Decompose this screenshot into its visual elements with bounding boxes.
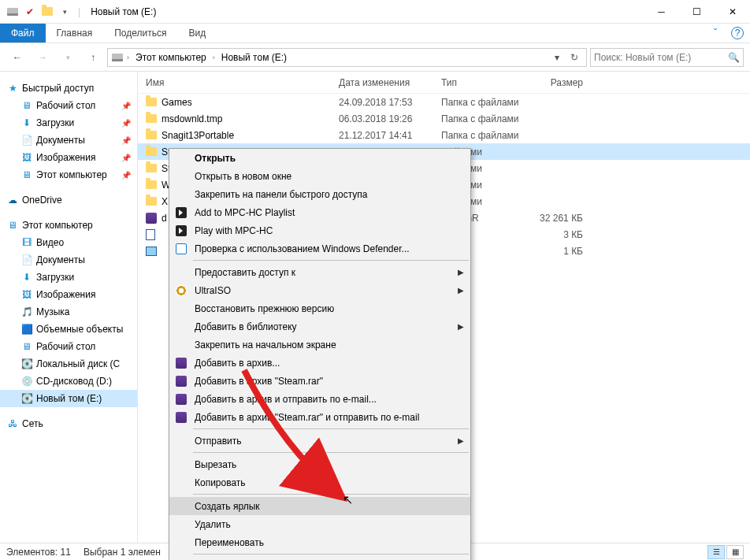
sidebar-item[interactable]: 🖥Этот компьютер📌 (0, 166, 137, 184)
winrar-icon (175, 357, 188, 369)
address-dropdown-icon[interactable]: ▾ (550, 52, 564, 63)
col-date[interactable]: Дата изменения (339, 77, 441, 88)
tab-home[interactable]: Главная (46, 24, 104, 43)
sidebar-item[interactable]: 🟦Объемные объекты (0, 321, 137, 338)
sidebar-item[interactable]: 🖼Изображения (0, 286, 137, 303)
menu-item[interactable]: Add to MPC-HC Playlist (169, 203, 470, 221)
menu-item[interactable]: Открыть (169, 149, 470, 167)
sidebar-item[interactable]: 💽Новый том (E:) (0, 390, 137, 407)
breadcrumb[interactable]: Новый том (E:) (218, 52, 290, 63)
menu-item[interactable]: Отправить▶ (169, 432, 470, 450)
cloud-icon: ☁ (6, 194, 19, 206)
details-view-button[interactable]: ☰ (707, 545, 725, 559)
menu-item[interactable]: Добавить в архив "Steam.rar" (169, 372, 470, 390)
defender-icon (175, 243, 188, 255)
menu-item[interactable]: Добавить в архив... (169, 354, 470, 372)
icons-view-button[interactable]: ▦ (726, 545, 744, 559)
chevron-right-icon[interactable]: › (213, 54, 215, 61)
pin-icon: 📌 (121, 102, 131, 110)
item-icon: 🖼 (20, 288, 33, 301)
table-row[interactable]: Snagit13Portable21.12.2017 14:41Папка с … (138, 127, 750, 143)
up-button[interactable]: ↑ (82, 46, 104, 69)
qat-dropdown-icon[interactable]: ▾ (58, 6, 71, 18)
sidebar-item[interactable]: 📄Документы📌 (0, 132, 137, 149)
col-size[interactable]: Размер (536, 77, 591, 88)
sidebar-item[interactable]: 🖥Рабочий стол📌 (0, 97, 137, 114)
doc-icon (146, 229, 155, 240)
breadcrumb[interactable]: Этот компьютер (132, 52, 210, 63)
menu-item[interactable]: Добавить в архив и отправить по e-mail..… (169, 390, 470, 408)
menu-item[interactable]: Переименовать (169, 533, 470, 551)
item-icon: 🖥 (20, 169, 33, 181)
menu-item[interactable]: Добавить в библиотеку▶ (169, 317, 470, 336)
sidebar-item[interactable]: 💽Локальный диск (C (0, 355, 137, 373)
forward-button[interactable]: → (32, 46, 54, 69)
context-menu: ОткрытьОткрыть в новом окнеЗакрепить на … (169, 148, 471, 560)
menu-item[interactable]: Добавить в архив "Steam.rar" и отправить… (169, 408, 470, 426)
col-name[interactable]: Имя (146, 77, 339, 88)
sidebar-item[interactable]: 🎵Музыка (0, 303, 137, 321)
menu-item[interactable]: Удалить (169, 515, 470, 533)
folder-icon (146, 98, 157, 106)
help-icon[interactable]: ? (731, 27, 744, 39)
item-icon: 💽 (20, 358, 33, 370)
col-type[interactable]: Тип (441, 77, 536, 88)
qat-separator: | (76, 6, 83, 17)
minimize-button[interactable]: ─ (644, 0, 679, 24)
close-button[interactable]: ✕ (715, 0, 750, 24)
address-bar[interactable]: › Этот компьютер › Новый том (E:) ▾ ↻ (107, 48, 587, 67)
navbar: ← → ▾ ↑ › Этот компьютер › Новый том (E:… (0, 43, 750, 72)
menu-item[interactable]: Play with MPC-HC (169, 221, 470, 239)
sidebar-item[interactable]: 📄Документы (0, 251, 137, 269)
item-icon: 🎞 (20, 236, 33, 249)
tab-view[interactable]: Вид (177, 24, 217, 43)
menu-item[interactable]: Вырезать (169, 455, 470, 473)
sidebar-network[interactable]: 🖧Сеть (0, 415, 137, 432)
sidebar-item[interactable]: 💿CD-дисковод (D:) (0, 373, 137, 390)
search-input[interactable]: Поиск: Новый том (E:) 🔍 (590, 48, 744, 67)
archive-icon (146, 213, 157, 224)
sidebar: ★Быстрый доступ 🖥Рабочий стол📌⬇Загрузки📌… (0, 72, 138, 543)
sidebar-item[interactable]: 🎞Видео (0, 234, 137, 251)
winrar-icon (175, 393, 188, 406)
pin-icon: 📌 (121, 136, 131, 145)
chevron-right-icon[interactable]: › (127, 54, 129, 61)
sidebar-this-pc[interactable]: 🖥Этот компьютер (0, 217, 137, 234)
sidebar-item[interactable]: ⬇Загрузки📌 (0, 114, 137, 132)
maximize-button[interactable]: ☐ (679, 0, 715, 24)
item-icon: 🎵 (20, 306, 33, 318)
menu-item[interactable]: Свойства (169, 557, 470, 560)
menu-item[interactable]: Закрепить на панели быстрого доступа (169, 185, 470, 203)
submenu-arrow-icon: ▶ (458, 436, 464, 445)
mpc-icon (175, 206, 188, 219)
menu-item[interactable]: Восстановить прежнюю версию (169, 299, 470, 317)
file-tab[interactable]: Файл (0, 24, 46, 43)
menu-item[interactable]: Проверка с использованием Windows Defend… (169, 239, 470, 258)
back-button[interactable]: ← (6, 46, 28, 69)
sidebar-item[interactable]: 🖥Рабочий стол (0, 338, 137, 355)
sidebar-onedrive[interactable]: ☁OneDrive (0, 191, 137, 209)
table-row[interactable]: Games24.09.2018 17:53Папка с файлами (138, 94, 750, 110)
menu-item[interactable]: UltraISO▶ (169, 281, 470, 299)
checkmark-icon[interactable]: ✔ (24, 6, 36, 18)
ribbon-expand-icon[interactable]: ˇ (700, 24, 731, 43)
menu-item[interactable]: Открыть в новом окне (169, 167, 470, 185)
menu-item[interactable]: Предоставить доступ к▶ (169, 263, 470, 281)
sidebar-quick-access[interactable]: ★Быстрый доступ (0, 80, 137, 97)
recent-dropdown-icon[interactable]: ▾ (57, 46, 79, 69)
item-icon: 🖥 (20, 99, 33, 112)
ribbon-tabs: Файл Главная Поделиться Вид ˇ ? (0, 24, 750, 43)
item-icon: 💿 (20, 375, 33, 388)
menu-item[interactable]: Копировать (169, 473, 470, 491)
menu-item[interactable]: Закрепить на начальном экране (169, 336, 470, 354)
refresh-icon[interactable]: ↻ (566, 52, 583, 63)
menu-item[interactable]: Создать ярлык (169, 497, 470, 515)
window-title: Новый том (E:) (83, 6, 644, 17)
folder-icon (146, 164, 157, 172)
sidebar-item[interactable]: ⬇Загрузки (0, 269, 137, 286)
tab-share[interactable]: Поделиться (103, 24, 177, 43)
winrar-icon (175, 375, 188, 388)
table-row[interactable]: msdownld.tmp06.03.2018 19:26Папка с файл… (138, 110, 750, 127)
item-icon: ⬇ (20, 117, 33, 129)
sidebar-item[interactable]: 🖼Изображения📌 (0, 149, 137, 166)
